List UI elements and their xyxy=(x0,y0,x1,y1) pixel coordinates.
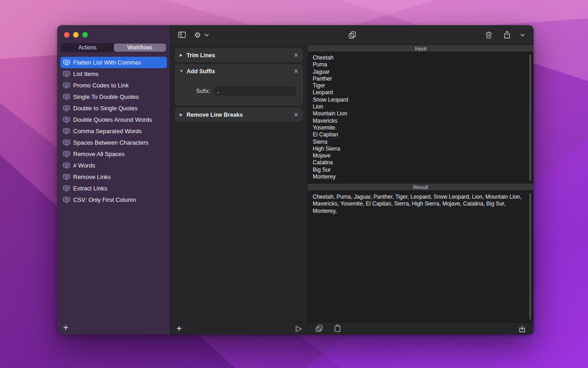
result-header-label: Result xyxy=(413,184,428,190)
step-body: Sufix: xyxy=(176,77,302,105)
input-line: Lion xyxy=(313,103,529,110)
sidebar-item-label: Spaces Between Characters xyxy=(73,139,149,146)
app-window: Actions Workflows Flatten List With Comm… xyxy=(57,25,534,335)
workflow-list: Flatten List With CommasList ItemsPromo … xyxy=(57,57,170,206)
sidebar-item-label: Comma Separated Words xyxy=(73,128,142,135)
input-line: Big Sur xyxy=(313,167,529,173)
input-line: Leopard xyxy=(313,89,529,96)
sidebar-item-flatten-list-with-commas[interactable]: Flatten List With Commas xyxy=(60,57,167,68)
sidebar-item-single-to-double-quotes[interactable]: Single To Double Quotes xyxy=(60,91,167,103)
suffix-input[interactable] xyxy=(214,87,296,95)
input-line: Sierra xyxy=(313,139,529,146)
input-line: Yosemite xyxy=(313,124,529,131)
workflow-item-icon xyxy=(63,197,73,203)
result-scrollbar[interactable] xyxy=(529,193,531,319)
sidebar-item-label: Flatten List With Commas xyxy=(73,59,141,66)
step-header[interactable]: ▶Remove Line Breaks× xyxy=(176,108,302,121)
sidebar-item-label: Remove Links xyxy=(73,173,111,180)
disclosure-triangle-icon[interactable]: ▶ xyxy=(180,113,186,117)
sidebar-item-double-to-single-quotes[interactable]: Double to Single Quotes xyxy=(60,103,167,114)
remove-step-icon[interactable]: × xyxy=(294,68,298,75)
content-area: ▶Trim Lines×▼Add Suffix×Sufix:▶Remove Li… xyxy=(171,44,534,335)
share-icon[interactable] xyxy=(502,29,513,40)
toolbar: ⚙ xyxy=(171,25,534,44)
add-workflow-button[interactable]: + xyxy=(63,323,69,332)
disclosure-triangle-icon[interactable]: ▶ xyxy=(180,53,186,57)
sidebar-item-csv-only-first-column[interactable]: CSV: Only First Column xyxy=(60,194,167,206)
step-card-remove-line-breaks: ▶Remove Line Breaks× xyxy=(175,108,303,121)
step-title: Remove Line Breaks xyxy=(187,112,243,118)
sidebar: Actions Workflows Flatten List With Comm… xyxy=(57,25,171,335)
workflow-steps-panel: ▶Trim Lines×▼Add Suffix×Sufix:▶Remove Li… xyxy=(171,44,308,335)
copy-icon[interactable] xyxy=(314,323,325,334)
input-line: Mountain Lion xyxy=(313,110,529,117)
trash-icon[interactable] xyxy=(483,29,494,40)
workflow-item-icon xyxy=(63,117,73,123)
input-line: Cheetah xyxy=(313,54,529,61)
sidebar-item-double-quotes-around-words[interactable]: Double Quotes Around Words xyxy=(60,114,167,125)
sidebar-item-label: CSV: Only First Column xyxy=(73,196,136,203)
step-header[interactable]: ▶Trim Lines× xyxy=(176,49,302,61)
sidebar-item-comma-separated-words[interactable]: Comma Separated Words xyxy=(60,125,167,137)
run-button[interactable]: ▷ xyxy=(296,325,302,332)
input-line: Puma xyxy=(313,61,529,68)
sidebar-toggle-icon[interactable] xyxy=(176,29,187,40)
steps-bottom-bar: + ▷ xyxy=(171,322,307,335)
workflow-item-icon xyxy=(63,94,73,100)
paste-icon[interactable] xyxy=(332,323,343,334)
input-line: El Capitan xyxy=(313,131,529,138)
tab-workflows[interactable]: Workflows xyxy=(114,43,166,52)
minimize-button[interactable] xyxy=(73,32,79,38)
close-button[interactable] xyxy=(64,32,69,38)
step-title: Trim Lines xyxy=(187,52,215,59)
input-line: Monterey xyxy=(313,173,529,180)
sidebar-item-label: Extract Links xyxy=(73,185,107,192)
result-header: Result xyxy=(308,183,534,191)
remove-step-icon[interactable]: × xyxy=(294,52,298,59)
workflow-item-icon xyxy=(63,71,73,77)
input-scrollbar[interactable] xyxy=(529,54,531,181)
clipboard-copy-icon[interactable] xyxy=(347,29,358,40)
zoom-button[interactable] xyxy=(82,32,88,38)
input-header: Input xyxy=(308,44,534,52)
sidebar-item-label: Remove All Spaces xyxy=(73,151,125,157)
input-line: Mavericks xyxy=(313,118,529,124)
sidebar-item-spaces-between-characters[interactable]: Spaces Between Characters xyxy=(60,137,167,148)
io-bottom-bar xyxy=(308,322,534,335)
sidebar-item-words[interactable]: # Words xyxy=(60,160,167,171)
chevron-down-icon[interactable] xyxy=(203,29,210,40)
input-line: Jaguar xyxy=(313,69,529,76)
input-lines: CheetahPumaJaguarPantherTigerLeopardSnow… xyxy=(313,54,529,180)
input-line: Catalina xyxy=(313,159,529,166)
sidebar-item-remove-all-spaces[interactable]: Remove All Spaces xyxy=(60,148,167,160)
remove-step-icon[interactable]: × xyxy=(294,111,298,119)
sidebar-item-list-items[interactable]: List Items xyxy=(60,68,167,80)
sidebar-item-label: Double Quotes Around Words xyxy=(73,116,152,123)
input-header-label: Input xyxy=(415,46,427,51)
toolbar-chevron-down-icon[interactable] xyxy=(520,29,525,40)
sidebar-item-extract-links[interactable]: Extract Links xyxy=(60,183,167,194)
add-step-button[interactable]: + xyxy=(176,324,182,333)
workflow-item-icon xyxy=(63,151,73,157)
input-line: Panther xyxy=(313,76,529,82)
sidebar-item-label: # Words xyxy=(73,162,95,169)
gear-icon[interactable]: ⚙ xyxy=(192,29,203,40)
disclosure-triangle-icon[interactable]: ▼ xyxy=(180,69,186,73)
sidebar-item-label: Promo Codes to Link xyxy=(73,82,128,89)
input-textarea[interactable]: CheetahPumaJaguarPantherTigerLeopardSnow… xyxy=(308,52,534,183)
tab-actions[interactable]: Actions xyxy=(61,43,114,52)
result-textarea[interactable]: Cheetah, Puma, Jaguar, Panther, Tiger, L… xyxy=(308,191,534,322)
step-card-trim-lines: ▶Trim Lines× xyxy=(175,49,303,62)
step-title: Add Suffix xyxy=(187,68,215,75)
sidebar-item-label: List Items xyxy=(73,70,99,77)
input-line: Mojave xyxy=(313,152,529,159)
step-header[interactable]: ▼Add Suffix× xyxy=(176,65,302,77)
workflow-item-icon xyxy=(63,105,73,111)
download-icon[interactable] xyxy=(517,323,528,334)
sidebar-item-remove-links[interactable]: Remove Links xyxy=(60,171,167,183)
io-panel: Input CheetahPumaJaguarPantherTigerLeopa… xyxy=(308,44,534,335)
step-card-add-suffix: ▼Add Suffix×Sufix: xyxy=(175,65,303,105)
sidebar-item-label: Single To Double Quotes xyxy=(73,93,139,100)
result-text: Cheetah, Puma, Jaguar, Panther, Tiger, L… xyxy=(313,194,521,214)
sidebar-item-promo-codes-to-link[interactable]: Promo Codes to Link xyxy=(60,80,167,91)
